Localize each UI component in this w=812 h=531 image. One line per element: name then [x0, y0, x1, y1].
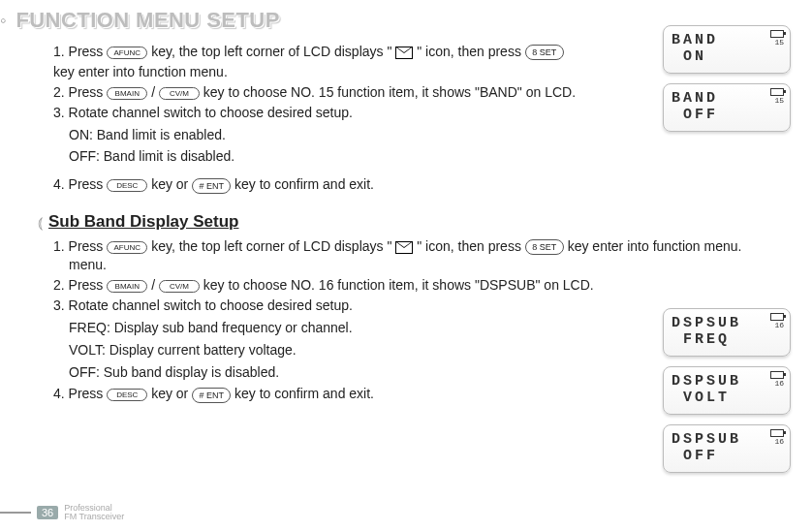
- lcd-line2: OFF: [671, 107, 782, 123]
- envelope-icon: [395, 241, 413, 254]
- text: key enter into function menu.: [53, 64, 228, 79]
- battery-icon: [770, 88, 784, 96]
- page-title: FUNCTION MENU SETUP: [16, 8, 279, 33]
- lcd-dspsub-volt: 16 DSPSUB VOLT: [663, 366, 791, 415]
- battery-icon: [770, 429, 784, 437]
- lcd-line1: DSPSUB: [671, 315, 782, 331]
- page-footer: 36 Professional FM Transceiver: [0, 504, 124, 521]
- text: key, the top left corner of LCD displays…: [151, 238, 391, 254]
- envelope-icon: [395, 47, 413, 59]
- lcd-band-off: 15 BAND OFF: [663, 83, 791, 132]
- lcd-line2: FREQ: [671, 331, 782, 348]
- page-number: 36: [37, 506, 58, 519]
- key-8-set: 8 SET: [525, 239, 564, 255]
- lcd-band-on: 15 BAND ON: [663, 25, 791, 74]
- lcd-line2: OFF: [671, 448, 782, 464]
- title-bullet-icon: ◦: [0, 11, 6, 31]
- text: key or: [151, 176, 192, 192]
- text: 4. Press: [53, 176, 107, 192]
- lcd-line1: BAND: [671, 90, 782, 107]
- lcd-number: 16: [774, 379, 784, 388]
- lcd-number: 16: [774, 437, 784, 446]
- text: key to confirm and exit.: [234, 386, 374, 401]
- text: 1. Press: [53, 238, 107, 254]
- key-hash-ent: # ENT: [192, 388, 231, 403]
- text: key to choose NO. 16 function item, it s…: [203, 277, 594, 293]
- text: /: [151, 277, 159, 293]
- lcd-line1: DSPSUB: [671, 373, 782, 390]
- lcd-number: 15: [774, 38, 784, 47]
- lcd-line2: ON: [671, 48, 782, 65]
- text: " icon, then press: [417, 44, 525, 59]
- battery-icon: [770, 30, 784, 38]
- signal-icon: ⦅: [38, 212, 43, 234]
- text: 2. Press: [53, 84, 107, 100]
- key-hash-ent: # ENT: [192, 178, 231, 194]
- text: key enter into function menu.: [568, 238, 742, 254]
- lcd-number: 15: [774, 96, 784, 105]
- text: 1. Press: [53, 44, 107, 59]
- battery-icon: [770, 371, 784, 379]
- key-a-func: AFUNC: [107, 241, 147, 254]
- key-d-esc: DESC: [107, 179, 147, 192]
- key-c-vm: CV/M: [159, 87, 200, 100]
- text: 4. Press: [53, 386, 107, 401]
- text: key, the top left corner of LCD displays…: [151, 44, 391, 59]
- lcd-line2: VOLT: [671, 390, 782, 406]
- lcd-line1: BAND: [671, 32, 782, 48]
- text: /: [151, 84, 159, 100]
- battery-icon: [770, 313, 784, 321]
- lcd-line1: DSPSUB: [671, 431, 782, 448]
- key-b-main: BMAIN: [107, 280, 147, 293]
- lcd-dspsub-freq: 16 DSPSUB FREQ: [663, 308, 791, 357]
- text: " icon, then press: [417, 238, 525, 254]
- key-c-vm: CV/M: [159, 280, 200, 293]
- sub-section-title: Sub Band Display Setup: [48, 211, 238, 234]
- key-a-func: AFUNC: [107, 47, 147, 59]
- key-8-set: 8 SET: [525, 45, 564, 60]
- footer-line2: FM Transceiver: [64, 512, 124, 521]
- text: key to choose NO. 15 function item, it s…: [203, 84, 576, 100]
- text: OFF: Band limit is disabled.: [53, 147, 795, 166]
- text: key or: [151, 386, 192, 401]
- key-d-esc: DESC: [107, 389, 147, 401]
- text: 2. Press: [53, 277, 107, 293]
- lcd-number: 16: [774, 321, 784, 329]
- text: key to confirm and exit.: [234, 176, 374, 192]
- key-b-main: BMAIN: [107, 87, 147, 100]
- lcd-dspsub-off: 16 DSPSUB OFF: [663, 424, 791, 473]
